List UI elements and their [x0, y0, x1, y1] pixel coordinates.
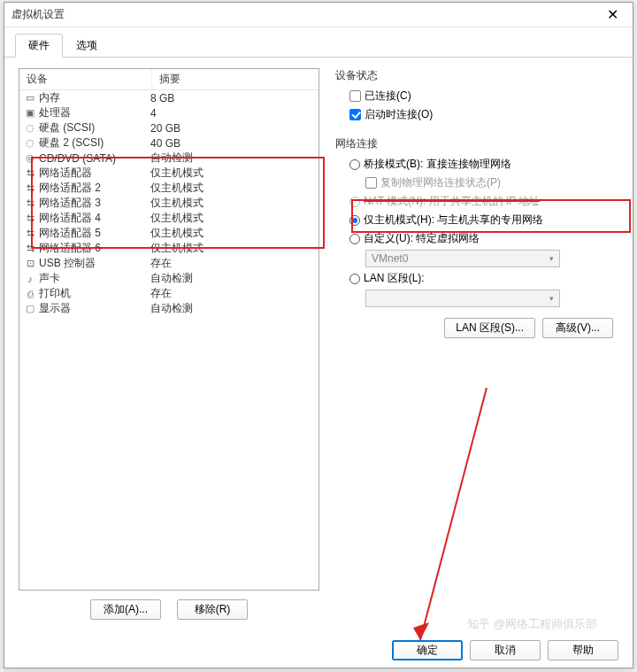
advanced-button[interactable]: 高级(V)... — [542, 318, 613, 338]
row-display[interactable]: ▢显示器自动检测 — [19, 301, 318, 316]
row-cddvd[interactable]: ◎CD/DVD (SATA)自动检测 — [19, 151, 318, 166]
disk-icon: ◌ — [23, 137, 37, 149]
network-icon: ⇆ — [23, 212, 37, 224]
connect-at-poweron-checkbox[interactable] — [349, 109, 361, 120]
row-sound[interactable]: ♪声卡自动检测 — [19, 271, 318, 286]
printer-icon: ⎙ — [23, 289, 37, 299]
dialog-footer: 确定 取消 帮助 — [392, 640, 618, 660]
bridged-label: 桥接模式(B): 直接连接物理网络 — [364, 157, 511, 172]
device-status-title: 设备状态 — [335, 68, 613, 83]
help-button[interactable]: 帮助 — [548, 640, 618, 660]
lan-segments-button[interactable]: LAN 区段(S)... — [444, 318, 535, 338]
cpu-icon: ▣ — [23, 107, 37, 119]
row-disk1[interactable]: ◌硬盘 (SCSI)20 GB — [19, 120, 318, 135]
nat-radio[interactable] — [349, 197, 360, 207]
custom-radio[interactable] — [349, 234, 360, 244]
vmnet-select[interactable]: VMnet0▾ — [365, 250, 560, 267]
row-net4[interactable]: ⇆网络适配器 4仅主机模式 — [19, 211, 318, 226]
row-net2[interactable]: ⇆网络适配器 2仅主机模式 — [19, 181, 318, 196]
lan-segment-label: LAN 区段(L): — [364, 271, 425, 286]
nat-label: NAT 模式(N): 用于共享主机的 IP 地址 — [364, 194, 540, 209]
connected-label: 已连接(C) — [365, 89, 411, 104]
row-net3[interactable]: ⇆网络适配器 3仅主机模式 — [19, 196, 318, 211]
network-icon: ⇆ — [23, 243, 37, 254]
bridged-radio[interactable] — [349, 159, 360, 170]
tab-options[interactable]: 选项 — [63, 34, 111, 58]
cd-icon: ◎ — [23, 152, 37, 164]
hostonly-radio[interactable] — [349, 215, 360, 226]
row-net5[interactable]: ⇆网络适配器 5仅主机模式 — [19, 226, 318, 241]
row-disk2[interactable]: ◌硬盘 2 (SCSI)40 GB — [19, 135, 318, 151]
remove-device-button[interactable]: 移除(R) — [177, 599, 248, 620]
replicate-label: 复制物理网络连接状态(P) — [380, 175, 501, 190]
close-button[interactable]: ✕ — [600, 3, 625, 27]
col-device: 设备 — [19, 69, 152, 89]
custom-label: 自定义(U): 特定虚拟网络 — [364, 231, 480, 246]
tab-bar: 硬件 选项 — [4, 27, 633, 58]
chevron-down-icon: ▾ — [549, 294, 554, 303]
titlebar: 虚拟机设置 ✕ — [4, 3, 633, 27]
sound-icon: ♪ — [23, 274, 37, 284]
usb-icon: ⊡ — [23, 258, 37, 269]
hostonly-label: 仅主机模式(H): 与主机共享的专用网络 — [364, 212, 543, 228]
add-device-button[interactable]: 添加(A)... — [90, 599, 161, 620]
row-memory[interactable]: ▭内存8 GB — [19, 90, 318, 105]
window-title: 虚拟机设置 — [12, 7, 65, 22]
network-icon: ⇆ — [23, 228, 37, 239]
cancel-button[interactable]: 取消 — [470, 640, 541, 660]
row-net6[interactable]: ⇆网络适配器 6仅主机模式 — [19, 241, 318, 256]
row-cpu[interactable]: ▣处理器4 — [19, 105, 318, 120]
lan-segment-radio[interactable] — [349, 274, 360, 284]
ok-button[interactable]: 确定 — [392, 640, 463, 660]
display-icon: ▢ — [23, 303, 37, 314]
network-icon: ⇆ — [23, 182, 37, 194]
vm-settings-dialog: 虚拟机设置 ✕ 硬件 选项 设备 摘要 ▭内存8 GB ▣处理器4 ◌硬盘 (S… — [4, 2, 633, 668]
tab-hardware[interactable]: 硬件 — [15, 34, 63, 58]
memory-icon: ▭ — [23, 92, 37, 104]
col-summary: 摘要 — [152, 69, 318, 89]
row-net1[interactable]: ⇆网络适配器仅主机模式 — [19, 166, 318, 181]
network-icon: ⇆ — [23, 167, 37, 179]
disk-icon: ◌ — [23, 122, 37, 134]
chevron-down-icon: ▾ — [549, 254, 554, 263]
list-header: 设备 摘要 — [19, 69, 318, 90]
network-connection-group: 网络连接 桥接模式(B): 直接连接物理网络 复制物理网络连接状态(P) NAT… — [335, 136, 613, 338]
device-list[interactable]: 设备 摘要 ▭内存8 GB ▣处理器4 ◌硬盘 (SCSI)20 GB ◌硬盘 … — [19, 68, 319, 591]
lan-segment-select[interactable]: ▾ — [365, 290, 560, 307]
replicate-checkbox — [365, 177, 377, 189]
connected-checkbox[interactable] — [349, 90, 361, 102]
network-icon: ⇆ — [23, 197, 37, 209]
device-status-group: 设备状态 已连接(C) 启动时连接(O) — [335, 68, 613, 124]
network-connection-title: 网络连接 — [335, 136, 613, 151]
svg-marker-1 — [413, 622, 429, 640]
connect-at-poweron-label: 启动时连接(O) — [365, 107, 433, 122]
row-usb[interactable]: ⊡USB 控制器存在 — [19, 256, 318, 271]
vmnet-value: VMnet0 — [372, 252, 408, 265]
row-printer[interactable]: ⎙打印机存在 — [19, 286, 318, 301]
